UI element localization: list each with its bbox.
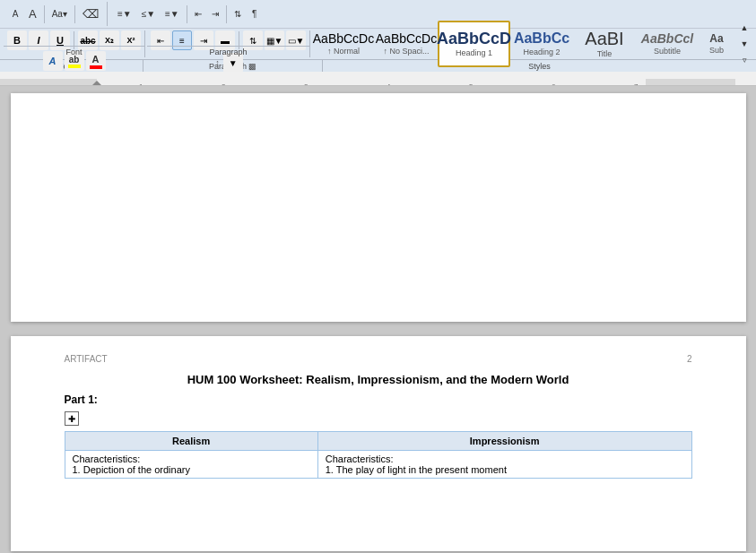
bullets-btn[interactable]: ≡▼ xyxy=(113,4,136,24)
clear-format-btn[interactable]: ⌫ xyxy=(78,4,103,24)
col-impressionism-header: Impressionism xyxy=(317,432,691,451)
paragraph-section-label: Paragraph xyxy=(147,46,309,57)
table-row: Characteristics: 1. Depiction of the ord… xyxy=(65,451,691,479)
realism-char-header: Characteristics: xyxy=(73,454,310,464)
styles-scroll-up-btn[interactable]: ▲ xyxy=(736,21,752,35)
style-heading1-label: Heading 1 xyxy=(456,48,492,57)
ruler-svg: 1 2 3 4 5 6 7 xyxy=(0,79,735,87)
svg-rect-1 xyxy=(0,79,97,87)
page-2: ARTIFACT 2 HUM 100 Worksheet: Realism, I… xyxy=(11,336,746,551)
styles-scroll-down-btn[interactable]: ▼ xyxy=(736,37,752,51)
decrease-indent-btn[interactable]: ⇤ xyxy=(190,4,206,24)
col-realism-header: Realism xyxy=(65,432,317,451)
sep2 xyxy=(74,5,75,23)
impressionism-cell[interactable]: Characteristics: 1. The play of light in… xyxy=(317,451,691,479)
page-2-content: ARTIFACT 2 HUM 100 Worksheet: Realism, I… xyxy=(11,336,746,497)
style-no-spacing-preview: AaBbCcDc xyxy=(376,32,437,45)
style-heading2-label: Heading 2 xyxy=(523,48,560,56)
realism-item1[interactable]: 1. Depiction of the ordinary xyxy=(73,464,310,475)
svg-text:5: 5 xyxy=(469,82,474,87)
realism-cell[interactable]: Characteristics: 1. Depiction of the ord… xyxy=(65,451,317,479)
sep3 xyxy=(187,5,187,23)
font-section-label: Font xyxy=(4,46,144,57)
change-case-btn[interactable]: Aa▾ xyxy=(48,4,72,24)
font-quick-section: A A Aa▾ ⌫ xyxy=(4,2,108,26)
list-section: ≡▼ ≤▼ ≡▼ ⇤ ⇥ ⇅ ¶ xyxy=(109,2,266,26)
ribbon: A A Aa▾ ⌫ ≡▼ ≤▼ ≡▼ ⇤ ⇥ ⇅ ¶ B I U xyxy=(0,0,756,72)
svg-text:2: 2 xyxy=(222,82,226,87)
paragraph-section: ⇤ ≡ ⇥ ▬ ⇅ ▦▼ ▭▼ ↕ ▼ Paragraph xyxy=(147,30,310,57)
ruler: 1 2 3 4 5 6 7 xyxy=(0,72,756,86)
increase-indent-btn[interactable]: ⇥ xyxy=(207,4,223,24)
svg-rect-2 xyxy=(646,79,735,87)
svg-text:6: 6 xyxy=(552,82,556,87)
font-size-small-btn[interactable]: A xyxy=(7,4,23,24)
header-left: ARTIFACT xyxy=(65,354,108,364)
document-title[interactable]: HUM 100 Worksheet: Realism, Impressionis… xyxy=(65,373,692,386)
impressionism-item1[interactable]: 1. The play of light in the present mome… xyxy=(326,464,684,475)
show-formatting-btn[interactable]: ¶ xyxy=(247,4,263,24)
sep1 xyxy=(44,5,45,23)
multilevel-btn[interactable]: ≡▼ xyxy=(161,4,184,24)
style-title-preview: AaBI xyxy=(585,30,623,48)
svg-rect-0 xyxy=(0,79,735,87)
style-subtitle-label: Subtitle xyxy=(654,47,681,56)
impressionism-char-header: Characteristics: xyxy=(326,454,684,464)
style-sub-preview: Aa xyxy=(709,33,723,44)
svg-text:7: 7 xyxy=(634,82,639,87)
section-labels-bar: Font ▩ Paragraph ▩ Styles xyxy=(0,59,756,72)
table-move-handle[interactable]: ✚ xyxy=(65,411,79,426)
style-normal-label: ↑ Normal xyxy=(327,47,360,56)
sort-btn[interactable]: ⇅ xyxy=(230,4,246,24)
comparison-table: Realism Impressionism Characteristics: 1… xyxy=(65,431,692,479)
page-1 xyxy=(11,93,746,322)
style-no-spacing-label: ↑ No Spaci... xyxy=(383,47,429,56)
header-right: 2 xyxy=(687,354,692,364)
page-header: ARTIFACT 2 xyxy=(65,354,692,364)
para-spacing-label: ↕ xyxy=(213,58,222,67)
styles-section-bottom: Styles xyxy=(528,62,551,71)
left-indent-lower[interactable] xyxy=(91,86,102,87)
part1-label[interactable]: Part 1: xyxy=(65,393,692,406)
font-section: B I U abc X₂ X² A ab A xyxy=(4,30,145,57)
style-title-label: Title xyxy=(597,49,613,58)
svg-text:3: 3 xyxy=(304,82,308,87)
sep4 xyxy=(226,5,227,23)
font-color-bar xyxy=(90,65,102,69)
numbering-btn[interactable]: ≤▼ xyxy=(137,4,160,24)
ribbon-toolbar-row2: B I U abc X₂ X² A ab A xyxy=(0,29,756,59)
style-subtitle-preview: AaBbCcl xyxy=(641,32,693,45)
document-area: ARTIFACT 2 HUM 100 Worksheet: Realism, I… xyxy=(0,86,756,553)
style-sub-label: Sub xyxy=(709,46,724,55)
font-size-large-btn[interactable]: A xyxy=(24,4,41,24)
style-normal-preview: AaBbCcDc xyxy=(313,32,374,45)
style-heading1-preview: AaBbCcD xyxy=(437,30,511,47)
style-heading2-preview: AaBbCc xyxy=(514,31,569,46)
paragraph-expand-icon[interactable]: ▩ xyxy=(248,62,256,71)
svg-text:1: 1 xyxy=(139,82,143,87)
table-anchor-row: ✚ xyxy=(65,411,692,429)
svg-text:4: 4 xyxy=(387,82,391,87)
